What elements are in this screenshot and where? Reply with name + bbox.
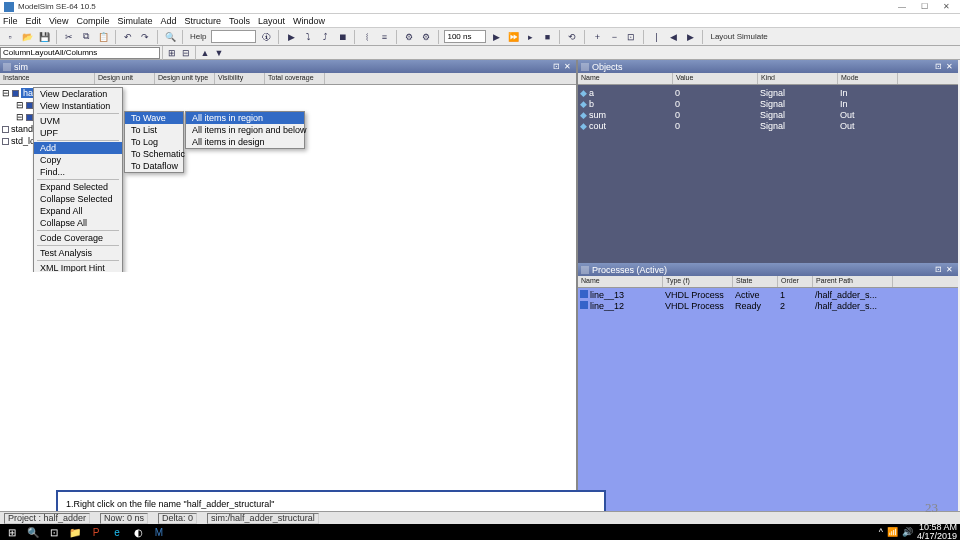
panel-close-icon[interactable]: ✕ (944, 62, 955, 71)
obj-col-value[interactable]: Value (673, 73, 758, 84)
obj-col-kind[interactable]: Kind (758, 73, 838, 84)
copy-icon[interactable]: ⧉ (79, 30, 93, 44)
cut-icon[interactable]: ✂ (62, 30, 76, 44)
panel-close-icon[interactable]: ✕ (944, 265, 955, 274)
compile-icon[interactable]: ⚙ (402, 30, 416, 44)
tray-vol-icon[interactable]: 🔊 (902, 527, 913, 537)
start-icon[interactable]: ⊞ (3, 525, 21, 539)
ctx-expand-sel[interactable]: Expand Selected (34, 181, 122, 193)
col-design-unit-type[interactable]: Design unit type (155, 73, 215, 84)
menu-window[interactable]: Window (293, 16, 325, 26)
context-menu-add[interactable]: To Wave To List To Log To Schematic To D… (124, 111, 184, 173)
compile-all-icon[interactable]: ⚙ (419, 30, 433, 44)
menu-structure[interactable]: Structure (184, 16, 221, 26)
menu-layout[interactable]: Layout (258, 16, 285, 26)
zoom-in-icon[interactable]: + (590, 30, 604, 44)
ctx-add[interactable]: Add (34, 142, 122, 154)
proc-row[interactable]: line__12VHDL ProcessReady2/half_adder_s.… (580, 301, 956, 312)
menu-simulate[interactable]: Simulate (117, 16, 152, 26)
ctx-view-inst[interactable]: View Instantiation (34, 100, 122, 112)
ctx-to-dataflow[interactable]: To Dataflow (125, 160, 183, 172)
help-search[interactable] (211, 30, 256, 43)
ctx-view-decl[interactable]: View Declaration (34, 88, 122, 100)
powerpoint-icon[interactable]: P (87, 525, 105, 539)
help-icon[interactable]: 🛈 (259, 30, 273, 44)
maximize-button[interactable]: ☐ (914, 1, 934, 12)
search-icon[interactable]: 🔍 (24, 525, 42, 539)
ctx-to-list[interactable]: To List (125, 124, 183, 136)
explorer-icon[interactable]: 📁 (66, 525, 84, 539)
runtime-input[interactable] (444, 30, 486, 43)
search-down-icon[interactable]: ▼ (212, 46, 226, 60)
step-over-icon[interactable]: ⤵ (301, 30, 315, 44)
column-layout-input[interactable] (0, 47, 160, 59)
ctx-to-wave[interactable]: To Wave (125, 112, 183, 124)
obj-col-mode[interactable]: Mode (838, 73, 898, 84)
find-icon[interactable]: 🔍 (163, 30, 177, 44)
chrome-icon[interactable]: ◐ (129, 525, 147, 539)
filter-icon[interactable]: ⊞ (165, 46, 179, 60)
tray-net-icon[interactable]: 📶 (887, 527, 898, 537)
proc-row[interactable]: line__13VHDL ProcessActive1/half_adder_s… (580, 290, 956, 301)
ctx-xml-hint[interactable]: XML Import Hint (34, 262, 122, 272)
ie-icon[interactable]: e (108, 525, 126, 539)
search-up-icon[interactable]: ▲ (198, 46, 212, 60)
stop-icon[interactable]: ■ (540, 30, 554, 44)
col-visibility[interactable]: Visibility (215, 73, 265, 84)
run-all-icon[interactable]: ⏩ (506, 30, 520, 44)
obj-row[interactable]: ◆a0SignalIn (580, 87, 956, 98)
save-icon[interactable]: 💾 (37, 30, 51, 44)
list-icon[interactable]: ≡ (377, 30, 391, 44)
panel-close-icon[interactable]: ✕ (562, 62, 573, 71)
layout-selector[interactable]: Layout Simulate (708, 32, 769, 41)
open-icon[interactable]: 📂 (20, 30, 34, 44)
menu-view[interactable]: View (49, 16, 68, 26)
context-menu-items[interactable]: All items in region All items in region … (185, 111, 305, 149)
zoom-out-icon[interactable]: − (607, 30, 621, 44)
ctx-find[interactable]: Find... (34, 166, 122, 178)
ctx-test-analysis[interactable]: Test Analysis (34, 247, 122, 259)
ctx-items-below[interactable]: All items in region and below (186, 124, 304, 136)
step-icon[interactable]: ▶ (284, 30, 298, 44)
paste-icon[interactable]: 📋 (96, 30, 110, 44)
proc-col-path[interactable]: Parent Path (813, 276, 893, 287)
wave-icon[interactable]: ⧙ (360, 30, 374, 44)
menu-edit[interactable]: Edit (26, 16, 42, 26)
col-design-unit[interactable]: Design unit (95, 73, 155, 84)
new-icon[interactable]: ▫ (3, 30, 17, 44)
break-icon[interactable]: ⏹ (335, 30, 349, 44)
proc-col-type[interactable]: Type (f) (663, 276, 733, 287)
menu-tools[interactable]: Tools (229, 16, 250, 26)
panel-undock-icon[interactable]: ⊡ (933, 265, 944, 274)
undo-icon[interactable]: ↶ (121, 30, 135, 44)
ctx-to-log[interactable]: To Log (125, 136, 183, 148)
ctx-copy[interactable]: Copy (34, 154, 122, 166)
close-button[interactable]: ✕ (936, 1, 956, 12)
panel-undock-icon[interactable]: ⊡ (933, 62, 944, 71)
col-coverage[interactable]: Total coverage (265, 73, 325, 84)
col-instance[interactable]: Instance (0, 73, 95, 84)
next-icon[interactable]: ▶ (683, 30, 697, 44)
ctx-collapse-all[interactable]: Collapse All (34, 217, 122, 229)
redo-icon[interactable]: ↷ (138, 30, 152, 44)
obj-col-name[interactable]: Name (578, 73, 673, 84)
continue-icon[interactable]: ▸ (523, 30, 537, 44)
tray-up-icon[interactable]: ^ (879, 527, 883, 537)
ctx-upf[interactable]: UPF (34, 127, 122, 139)
obj-row[interactable]: ◆sum0SignalOut (580, 109, 956, 120)
cursor-icon[interactable]: | (649, 30, 663, 44)
prev-icon[interactable]: ◀ (666, 30, 680, 44)
ctx-expand-all[interactable]: Expand All (34, 205, 122, 217)
proc-col-order[interactable]: Order (778, 276, 813, 287)
run-icon[interactable]: ▶ (489, 30, 503, 44)
taskview-icon[interactable]: ⊡ (45, 525, 63, 539)
modelsim-icon[interactable]: M (150, 525, 168, 539)
ctx-uvm[interactable]: UVM (34, 115, 122, 127)
menu-file[interactable]: File (3, 16, 18, 26)
proc-col-state[interactable]: State (733, 276, 778, 287)
tray-date[interactable]: 4/17/2019 (917, 532, 957, 540)
ctx-collapse-sel[interactable]: Collapse Selected (34, 193, 122, 205)
step-out-icon[interactable]: ⤴ (318, 30, 332, 44)
zoom-full-icon[interactable]: ⊡ (624, 30, 638, 44)
group-icon[interactable]: ⊟ (179, 46, 193, 60)
